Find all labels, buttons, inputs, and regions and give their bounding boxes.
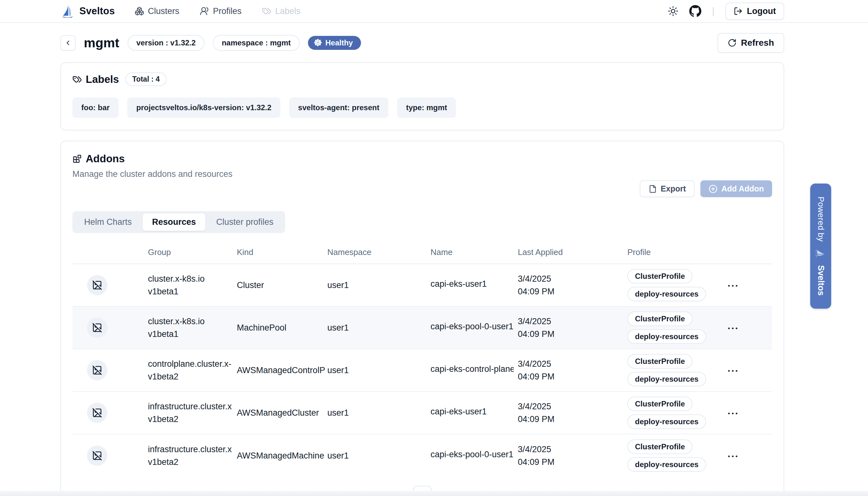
plus-circle-icon	[709, 185, 717, 193]
nav-item-label: Profiles	[213, 6, 242, 16]
image-off-icon	[87, 317, 107, 338]
github-link-button[interactable]	[689, 5, 701, 17]
cell-name: capi-eks-pool-0-user1	[430, 450, 518, 462]
nav-item-label: Clusters	[148, 6, 179, 16]
brand-name: Sveltos	[79, 5, 115, 17]
table-row[interactable]: infrastructure.cluster.xv1beta2 AWSManag…	[73, 434, 772, 477]
table-header-row: Group Kind Namespace Name Last Applied P…	[73, 241, 772, 264]
refresh-button[interactable]: Refresh	[717, 33, 784, 53]
cell-kind: MachinePool	[237, 323, 327, 333]
cell-group: infrastructure.cluster.xv1beta2	[148, 443, 237, 469]
labels-total-badge: Total : 4	[125, 73, 167, 86]
cell-last-applied: 3/4/202504:09 PM	[518, 443, 627, 469]
tags-icon	[262, 6, 271, 16]
nav-item-labels[interactable]: Labels	[262, 6, 301, 16]
col-header-profile: Profile	[627, 247, 724, 257]
nav-item-clusters[interactable]: Clusters	[135, 6, 179, 16]
label-chip: sveltos-agent: present	[289, 97, 388, 118]
cell-kind: AWSManagedControlP	[237, 366, 327, 375]
addons-subtitle: Manage the cluster addons and resources	[73, 169, 772, 179]
labels-card: Labels Total : 4 foo: bar projectsveltos…	[60, 62, 784, 130]
refresh-icon	[728, 38, 737, 47]
cell-kind: AWSManagedMachine	[237, 451, 327, 461]
tab-resources[interactable]: Resources	[143, 213, 205, 231]
tab-cluster-profiles[interactable]: Cluster profiles	[207, 213, 283, 231]
powered-by-text: Powered by	[816, 197, 826, 242]
image-off-icon	[87, 403, 107, 423]
addons-card: Addons Manage the cluster addons and res…	[60, 141, 784, 496]
profile-pill: deploy-resources	[627, 329, 706, 344]
cell-group: cluster.x-k8s.iov1beta1	[148, 315, 237, 341]
chevron-left-icon	[64, 39, 72, 47]
image-off-icon	[87, 446, 107, 466]
cell-name: capi-eks-user1	[430, 407, 518, 419]
row-menu-button[interactable]	[724, 452, 741, 461]
powered-by-ribbon[interactable]: Powered by Sveltos	[810, 184, 831, 309]
tags-icon	[73, 75, 82, 84]
cell-group: cluster.x-k8s.iov1beta1	[148, 273, 237, 298]
page-title: mgmt	[84, 35, 120, 50]
profile-pill: ClusterProfile	[627, 354, 692, 369]
image-off-icon	[87, 360, 107, 381]
export-button[interactable]: Export	[640, 180, 695, 197]
page-head: mgmt version : v1.32.2 namespace : mgmt …	[0, 33, 868, 53]
cell-profile: ClusterProfile deploy-resources	[627, 311, 724, 344]
cell-last-applied: 3/4/202504:09 PM	[518, 273, 627, 298]
footer-strip	[0, 491, 868, 496]
row-menu-button[interactable]	[724, 281, 741, 291]
status-badge: ☸ Healthy	[308, 36, 361, 50]
row-menu-button[interactable]	[724, 366, 741, 376]
cell-last-applied: 3/4/202504:09 PM	[518, 315, 627, 341]
logout-button[interactable]: Logout	[725, 2, 784, 20]
profile-pill: ClusterProfile	[627, 439, 692, 454]
col-header-last-applied: Last Applied	[518, 247, 627, 257]
cell-name: capi-eks-control-plane	[430, 364, 518, 376]
cell-profile: ClusterProfile deploy-resources	[627, 354, 724, 386]
version-badge: version : v1.32.2	[128, 35, 205, 51]
ribbon-brand: Sveltos	[816, 265, 826, 296]
nav-item-profiles[interactable]: Profiles	[200, 6, 242, 16]
profile-pill: ClusterProfile	[627, 311, 692, 326]
table-row[interactable]: infrastructure.cluster.xv1beta2 AWSManag…	[73, 392, 772, 434]
profile-pill: deploy-resources	[627, 372, 706, 386]
label-chip: type: mgmt	[397, 97, 456, 118]
status-badge-label: Healthy	[326, 38, 353, 47]
addons-tabs: Helm Charts Resources Cluster profiles	[73, 211, 285, 233]
col-header-group: Group	[148, 247, 237, 257]
col-header-kind: Kind	[237, 247, 327, 257]
add-addon-button[interactable]: Add Addon	[700, 180, 772, 197]
theme-toggle-button[interactable]	[668, 6, 678, 16]
sun-icon	[668, 6, 678, 16]
resources-table: Group Kind Namespace Name Last Applied P…	[73, 241, 772, 477]
tab-helm-charts[interactable]: Helm Charts	[75, 213, 141, 231]
col-header-name: Name	[430, 247, 518, 257]
row-menu-button[interactable]	[724, 409, 741, 418]
logout-icon	[734, 7, 743, 16]
file-icon	[649, 185, 657, 193]
kubernetes-helm-icon: ☸	[314, 38, 322, 48]
blocks-icon	[73, 154, 82, 164]
refresh-label: Refresh	[741, 38, 774, 48]
table-row[interactable]: cluster.x-k8s.iov1beta1 MachinePool user…	[73, 307, 772, 349]
brand[interactable]: Sveltos	[60, 4, 115, 18]
cell-kind: Cluster	[237, 280, 327, 290]
cell-namespace: user1	[327, 366, 430, 375]
cell-group: infrastructure.cluster.xv1beta2	[148, 400, 237, 426]
label-chips: foo: bar projectsveltos.io/k8s-version: …	[73, 97, 772, 118]
profile-pill: ClusterProfile	[627, 397, 692, 411]
image-off-icon	[87, 275, 107, 295]
sveltos-logo-icon	[815, 248, 826, 259]
row-menu-button[interactable]	[724, 324, 741, 333]
col-header-namespace: Namespace	[327, 247, 430, 257]
label-chip: foo: bar	[73, 97, 119, 118]
back-button[interactable]	[60, 35, 76, 50]
profile-pill: deploy-resources	[627, 414, 706, 429]
logout-label: Logout	[747, 6, 776, 16]
table-row[interactable]: cluster.x-k8s.iov1beta1 Cluster user1 ca…	[73, 264, 772, 307]
github-icon	[689, 5, 701, 17]
cell-namespace: user1	[327, 323, 430, 333]
cell-profile: ClusterProfile deploy-resources	[627, 269, 724, 301]
cubes-icon	[135, 6, 144, 16]
table-row[interactable]: controlplane.cluster.x-v1beta2 AWSManage…	[73, 349, 772, 392]
nav-items: Clusters Profiles	[135, 6, 301, 16]
